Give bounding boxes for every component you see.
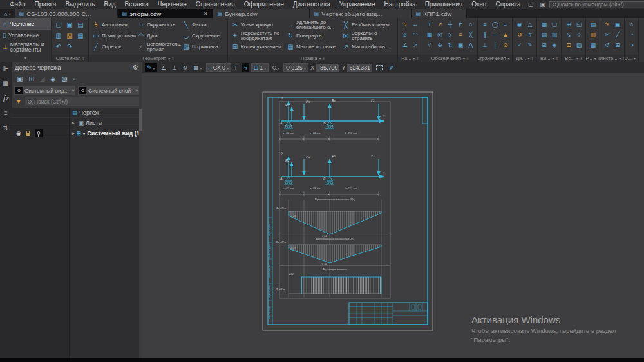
toolbar-icon[interactable]: ▦ bbox=[539, 19, 549, 30]
expander-icon[interactable]: ▸ bbox=[72, 120, 77, 126]
filter-funnel-icon[interactable]: ▼ bbox=[14, 99, 23, 105]
group-label[interactable]: Ра...▾‖ bbox=[398, 55, 422, 62]
document-tab[interactable]: ▤КПП1.cdw bbox=[412, 9, 467, 18]
group-label[interactable]: Инстр...▾‖ bbox=[600, 55, 624, 62]
rectangle-button[interactable]: ▭Прямоугольник bbox=[91, 30, 136, 41]
toolbar-icon[interactable]: ✂ bbox=[602, 30, 612, 40]
toolbar-icon[interactable]: ▲ bbox=[500, 30, 511, 40]
toolbar-icon[interactable]: ↱ bbox=[455, 19, 466, 30]
toolbar-icon[interactable]: ⊞ bbox=[564, 19, 574, 30]
snap-rotate-icon[interactable]: ↻ bbox=[180, 63, 189, 72]
toolbar-icon[interactable]: ▧ bbox=[574, 40, 584, 50]
view-tool-icon[interactable]: ▣ bbox=[17, 75, 23, 82]
menu-item[interactable]: Вставка bbox=[120, 1, 153, 8]
image-tool-icon[interactable]: ▨ bbox=[61, 75, 67, 82]
layers-panel-icon[interactable]: ≡ bbox=[4, 110, 8, 117]
toolbar-icon[interactable]: ┼ bbox=[445, 19, 455, 30]
group-label[interactable]: Вс...▾‖ bbox=[562, 55, 585, 62]
coordinate-system-select[interactable]: ⌐СК 0▾ bbox=[206, 63, 232, 72]
zoom-level-select[interactable]: 0.25▾ bbox=[283, 63, 308, 72]
tree-row-drawing[interactable]: ▤Чертеж bbox=[12, 108, 142, 118]
menu-item[interactable]: Управление bbox=[335, 1, 380, 8]
toolbar-icon[interactable]: ▣ bbox=[612, 19, 623, 30]
toolbar-icon[interactable]: ∥ bbox=[480, 30, 490, 40]
ortho-icon[interactable]: Г bbox=[233, 63, 240, 72]
toolbar-icon[interactable]: ⊹ bbox=[574, 30, 584, 40]
toolbar-icon[interactable]: │ bbox=[490, 40, 500, 50]
menu-item[interactable]: Диагностика bbox=[289, 1, 335, 8]
split-button[interactable]: ╳Разбить кривую bbox=[341, 19, 396, 30]
menu-item[interactable]: Черчение bbox=[153, 1, 191, 8]
document-tab[interactable]: ▤эпюры.cdw✕ bbox=[118, 9, 213, 18]
view-filter-select[interactable]: 0 Системный вид... ▾ bbox=[14, 86, 75, 95]
toolbar-icon[interactable]: ○ bbox=[627, 19, 637, 30]
toolbar-icon[interactable]: ⇅ bbox=[445, 40, 455, 50]
export-icon[interactable]: ▧ bbox=[64, 30, 75, 41]
save-icon[interactable]: ▤ bbox=[75, 19, 86, 30]
wedge-tool-icon[interactable]: ◢ bbox=[40, 75, 45, 82]
toolbar-icon[interactable]: ◔ bbox=[627, 30, 637, 40]
toolbar-icon[interactable]: ▦ bbox=[424, 30, 435, 40]
folder-open-icon[interactable]: ▣ bbox=[64, 19, 75, 30]
command-search[interactable]: Поиск по командам (Alt+/) bbox=[549, 1, 644, 8]
toolbar-icon[interactable]: ϟ bbox=[400, 19, 410, 30]
toolbar-icon[interactable]: ∠ bbox=[400, 40, 410, 50]
trim-button[interactable]: ✂Усечь кривую bbox=[230, 19, 285, 30]
eyedropper-icon[interactable]: ✎ bbox=[386, 63, 395, 72]
screenshot-icon[interactable]: ▣ bbox=[537, 1, 548, 8]
move-button[interactable]: +Переместить по координатам bbox=[230, 30, 285, 41]
tab-close-icon[interactable]: ✕ bbox=[200, 11, 208, 17]
menu-item[interactable]: Справка bbox=[491, 1, 525, 8]
toolbar-icon[interactable]: ◉ bbox=[515, 19, 525, 30]
circle-button[interactable]: ○Окружность bbox=[136, 19, 181, 30]
group-label[interactable]: Ограничения▾‖ bbox=[478, 55, 512, 62]
snap-perpendicular-icon[interactable]: ⊥ bbox=[170, 63, 179, 72]
toolbar-icon[interactable]: ↺ bbox=[602, 40, 612, 50]
rotate-button[interactable]: ↻Повернуть bbox=[285, 30, 341, 41]
hatch-button[interactable]: ▨Штриховка bbox=[181, 41, 226, 52]
snaps-toggle[interactable]: ϟ bbox=[242, 63, 249, 72]
toolbar-icon[interactable]: ≡ bbox=[480, 19, 490, 30]
toolbar-icon[interactable]: ⊥ bbox=[480, 40, 490, 50]
fillet-button[interactable]: ◡Скругление bbox=[181, 30, 226, 41]
toolbar-icon[interactable]: ⋀ bbox=[466, 40, 476, 50]
toolbar-icon[interactable]: Т bbox=[424, 19, 435, 30]
toolbar-icon[interactable]: ◈ bbox=[549, 40, 560, 50]
menu-item[interactable]: Выделить bbox=[61, 1, 99, 8]
grid-toggle[interactable]: ▦▾ bbox=[191, 63, 204, 72]
toolbar-icon[interactable]: ≡ bbox=[455, 30, 466, 40]
extend-button[interactable]: →Удлинить до ближайшего о... bbox=[285, 19, 341, 30]
toolbar-icon[interactable]: ⊡ bbox=[564, 40, 574, 50]
toolbar-icon[interactable]: ◠ bbox=[410, 30, 421, 40]
toolbar-icon[interactable]: ▢ bbox=[549, 19, 560, 30]
toolbar-icon[interactable]: ↗ bbox=[435, 19, 445, 30]
expander-icon[interactable]: ▸ bbox=[72, 131, 75, 136]
scale-button[interactable]: ↗Масштабиров... bbox=[341, 41, 396, 52]
selection-rect-icon[interactable] bbox=[374, 63, 384, 72]
menu-item[interactable]: Приложения bbox=[421, 1, 468, 8]
toolbar-icon[interactable]: ▥ bbox=[549, 30, 560, 40]
tree-search-input[interactable]: Поиск (Ctrl+/) bbox=[25, 97, 139, 106]
auxline-button[interactable]: ∕Вспомогатель... прямая bbox=[136, 41, 181, 52]
numbering-panel-icon[interactable]: ⇅ bbox=[3, 124, 8, 131]
document-tab[interactable]: ▤СБ-103.03.000.000 С... bbox=[15, 9, 118, 18]
toolbar-icon[interactable]: ▥ bbox=[588, 30, 598, 40]
toolbar-icon[interactable]: ↗ bbox=[410, 40, 421, 50]
x-coordinate-value[interactable]: -85.709 bbox=[316, 64, 340, 72]
toolbar-icon[interactable]: ⊞ bbox=[539, 40, 549, 50]
toolbar-icon[interactable]: ↘ bbox=[564, 30, 574, 40]
parameters-panel-icon[interactable]: ▦ bbox=[3, 80, 8, 87]
toolbar-icon[interactable]: ✎ bbox=[602, 19, 612, 30]
toolbar-icon[interactable]: ◑ bbox=[627, 40, 637, 50]
save-all-icon[interactable]: ▦ bbox=[75, 30, 86, 41]
group-label[interactable]: Р...▾‖ bbox=[586, 55, 600, 62]
variables-panel-icon[interactable]: ƒx bbox=[3, 95, 10, 102]
toolbar-icon[interactable]: ⊞ bbox=[612, 40, 623, 50]
layer-count-badge[interactable]: 0 bbox=[35, 129, 43, 137]
group-label[interactable]: О...▾‖ bbox=[625, 55, 638, 62]
categories-chevron[interactable]: ▾ bbox=[0, 55, 51, 62]
toolbar-icon[interactable]: ▤ bbox=[588, 19, 598, 30]
undo-icon[interactable]: ↶ bbox=[53, 41, 64, 52]
toolbar-icon[interactable]: = bbox=[500, 19, 511, 30]
chamfer-button[interactable]: ╲Фаска bbox=[181, 19, 226, 30]
